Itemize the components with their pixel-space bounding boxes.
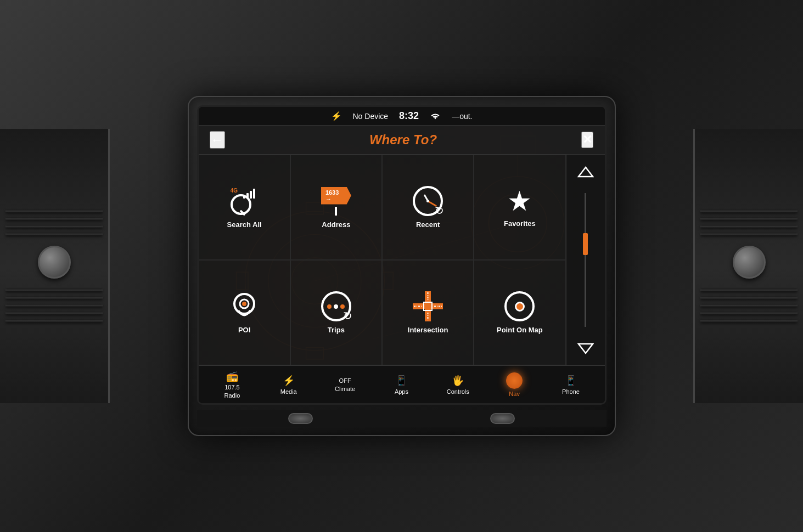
bottom-bar: 📻 107.5 Radio ⚡ Media OFF Climate — [199, 365, 605, 403]
address-cell[interactable]: 1633 → Address — [290, 155, 382, 260]
nav-button[interactable]: Nav — [495, 372, 534, 397]
search-all-cell[interactable]: 4G Search All — [199, 155, 290, 260]
radio-button[interactable]: 📻 107.5 Radio — [213, 370, 251, 399]
svg-marker-29 — [579, 344, 593, 353]
climate-value: OFF — [339, 377, 351, 384]
controls-label: Controls — [447, 388, 469, 395]
back-button[interactable]: ← — [210, 131, 225, 149]
search-all-label: Search All — [227, 220, 262, 229]
point-on-map-cell[interactable]: Point On Map — [474, 260, 565, 365]
signal-bar-3 — [250, 191, 252, 199]
svg-marker-28 — [579, 167, 593, 177]
right-vent — [693, 129, 803, 403]
phone-label: Phone — [562, 388, 580, 395]
point-on-map-label: Point On Map — [497, 326, 543, 334]
refresh-arrows-icon: ↻ — [435, 204, 444, 217]
sign-post: 1633 → — [321, 187, 351, 216]
main-content: 4G Search All — [199, 155, 605, 365]
apps-button[interactable]: 📱 Apps — [382, 375, 420, 395]
infotainment-unit: ⚡ No Device 8:32 —out. ← Wher — [188, 96, 616, 436]
media-icon: ⚡ — [283, 375, 295, 387]
volume-knob[interactable] — [288, 413, 313, 424]
search-circle — [231, 194, 251, 215]
phone-button[interactable]: 📱 Phone — [552, 375, 590, 395]
4g-badge: 4G — [231, 188, 238, 194]
trips-label: Trips — [328, 326, 345, 334]
scroll-indicator — [583, 233, 588, 255]
vent-slot — [5, 319, 103, 322]
screen-bezel: ⚡ No Device 8:32 —out. ← Wher — [197, 105, 607, 405]
vent-slot — [700, 304, 798, 307]
vent-knob-right[interactable] — [733, 246, 766, 279]
vent-slot — [700, 225, 798, 228]
favorites-label: Favorites — [504, 219, 536, 228]
radio-icon: 📻 — [226, 370, 238, 382]
scroll-track — [585, 193, 586, 327]
trips-dot-3 — [340, 304, 345, 309]
vent-knob-left[interactable] — [38, 246, 71, 279]
address-label: Address — [322, 220, 350, 229]
car-surround: ⚡ No Device 8:32 —out. ← Wher — [0, 0, 803, 532]
vent-slot — [5, 225, 103, 228]
recent-label: Recent — [416, 220, 440, 229]
scroll-up-button[interactable] — [573, 160, 598, 185]
trips-dot-1 — [327, 304, 332, 309]
radio-value: 107.5 — [224, 384, 240, 390]
status-bar: ⚡ No Device 8:32 —out. — [199, 107, 605, 126]
nav-header: ← Where To? ✕ — [199, 126, 605, 155]
media-button[interactable]: ⚡ Media — [269, 375, 308, 395]
signal-bar-4 — [253, 189, 255, 199]
controls-icon: 🖐 — [452, 375, 464, 387]
trips-arrow-icon: ↻ — [343, 309, 352, 322]
page-title: Where To? — [369, 132, 437, 148]
vent-slot — [5, 210, 103, 213]
controls-button[interactable]: 🖐 Controls — [439, 375, 477, 395]
vent-slot — [700, 296, 798, 299]
poi-cell[interactable]: POI — [199, 260, 290, 365]
nav-grid: 4G Search All — [199, 155, 566, 365]
scroll-controls — [566, 155, 605, 365]
poi-label: POI — [238, 326, 250, 334]
recent-icon: ↻ — [413, 186, 443, 216]
apps-icon: 📱 — [395, 375, 407, 387]
poi-icon — [231, 291, 258, 321]
nav-label: Nav — [509, 390, 520, 397]
sign-pole — [335, 207, 337, 216]
recent-cell[interactable]: ↻ Recent — [382, 155, 474, 260]
search-handle — [239, 210, 245, 216]
media-label: Media — [280, 388, 297, 395]
vent-slot — [700, 312, 798, 315]
sign-arrow: 1633 → — [321, 187, 351, 205]
wifi-icon — [430, 111, 441, 121]
vent-slot — [5, 288, 103, 292]
vent-slot — [5, 233, 103, 236]
vent-slot — [700, 233, 798, 236]
intersection-icon — [413, 291, 443, 321]
scroll-down-button[interactable] — [573, 335, 598, 360]
svg-point-16 — [242, 302, 246, 306]
screen: ⚡ No Device 8:32 —out. ← Wher — [199, 107, 605, 403]
favorites-cell[interactable]: ★ Favorites — [474, 155, 565, 260]
point-on-map-icon — [504, 291, 535, 321]
trips-cell[interactable]: ↻ Trips — [290, 260, 382, 365]
tune-knob[interactable] — [490, 413, 515, 424]
vent-slot — [700, 319, 798, 322]
trips-icon: ↻ — [321, 291, 351, 321]
vent-slot — [700, 210, 798, 213]
signal-out: —out. — [452, 112, 472, 121]
close-button[interactable]: ✕ — [581, 132, 593, 148]
physical-controls — [197, 410, 607, 427]
nav-dot-indicator — [506, 372, 523, 389]
phone-icon: 📱 — [565, 375, 577, 387]
vent-slot — [5, 312, 103, 315]
climate-button[interactable]: OFF Climate — [326, 377, 364, 392]
radio-label: Radio — [224, 392, 240, 399]
device-status: No Device — [353, 112, 389, 121]
intersection-cell[interactable]: Intersection — [382, 260, 474, 365]
target-circle — [504, 291, 535, 321]
vent-slot — [5, 217, 103, 220]
apps-label: Apps — [395, 388, 408, 395]
climate-label: Climate — [335, 386, 355, 392]
vent-slot — [700, 217, 798, 220]
left-vent — [0, 129, 110, 403]
